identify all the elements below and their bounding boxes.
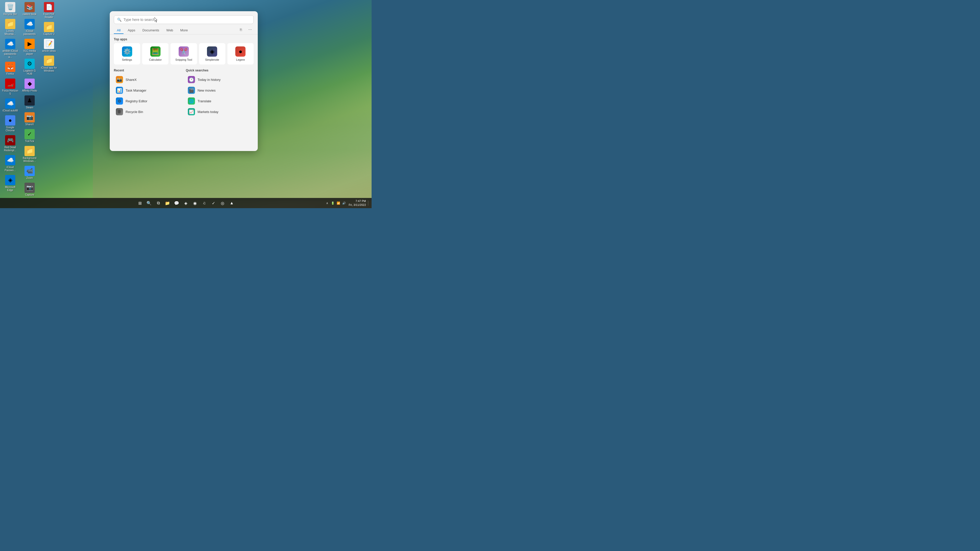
- search-content: Top apps ⚙️ Settings 🧮 Calculator ✂️ Sni…: [110, 35, 258, 151]
- desktop-icon-lonely-mountain[interactable]: 📁 Lonely Mountai...: [1, 18, 19, 37]
- taskbar-icon-ticktick-bar[interactable]: ✓: [209, 199, 218, 207]
- desktop-icon-icloud-autofill[interactable]: ☁️ iCloud autofill: [1, 97, 19, 113]
- search-tabs: AllAppsDocumentsWebMore ⎘ ⋯: [110, 24, 258, 35]
- icon-img-capture2: 📁: [44, 22, 54, 32]
- icon-label-icloud-passwords2: iCloud passwords: [21, 30, 38, 36]
- top-app-settings[interactable]: ⚙️ Settings: [114, 43, 140, 65]
- wifi-icon[interactable]: 📶: [336, 200, 341, 206]
- desktop-icon-sharex[interactable]: 📷 ShareX: [21, 111, 39, 127]
- desktop-icon-affinity[interactable]: ◆ Affinity Photo: [21, 78, 39, 94]
- desktop-icon-ms-edge[interactable]: ◈ Microsoft Edge: [1, 174, 19, 193]
- tab-documents[interactable]: Documents: [139, 27, 162, 34]
- desktop-icon-firefox[interactable]: 🦊 Firefox: [1, 61, 19, 76]
- desktop-icon-icloud-passwords2[interactable]: ☁️ iCloud passwords: [21, 18, 39, 37]
- tab-all[interactable]: All: [114, 27, 124, 34]
- recent-item-task-manager[interactable]: 📊 Task Manager: [114, 85, 182, 96]
- tab-web[interactable]: Web: [163, 27, 177, 34]
- icon-img-icloud-passwords2: ☁️: [24, 19, 35, 29]
- desktop-icon-calibre[interactable]: 📚 calibre book: [21, 1, 39, 17]
- top-app-calculator[interactable]: 🧮 Calculator: [142, 43, 169, 65]
- search-input[interactable]: [124, 17, 250, 22]
- recent-item-sharex[interactable]: 📸 ShareX: [114, 74, 182, 85]
- icon-img-affinity: ◆: [24, 79, 35, 89]
- desktop-icon-forza-horizon[interactable]: 🏎️ Forza Horizon 5: [1, 78, 19, 97]
- taskbar-icon-symbol-task-view: ⧉: [157, 201, 160, 205]
- taskbar-icon-spotify[interactable]: ♫: [200, 199, 208, 207]
- icon-label-logitech: Logitech G HUB: [21, 69, 38, 76]
- icon-img-ms-edge: ◈: [5, 175, 15, 185]
- desktop-icon-vlc[interactable]: ▶ VLC media player: [21, 38, 39, 57]
- icon-label-lonely-mountain: Lonely Mountai...: [2, 30, 18, 36]
- recent-label-registry-editor: Registry Editor: [126, 99, 147, 103]
- top-apps-grid: ⚙️ Settings 🧮 Calculator ✂️ Snipping Too…: [114, 43, 254, 65]
- recent-item-registry-editor[interactable]: ⚙ Registry Editor: [114, 96, 182, 106]
- tabs-list: AllAppsDocumentsWebMore: [114, 27, 191, 34]
- battery-icon[interactable]: 🔋: [330, 200, 335, 206]
- taskbar-icon-search[interactable]: 🔍: [145, 199, 153, 207]
- icon-label-capture: Capture: [25, 193, 34, 197]
- desktop-icon-capture[interactable]: 📷 Capture: [21, 182, 39, 197]
- desktop-icon-icloud-passwords[interactable]: ☁️ amible iCloud passwords a...: [1, 38, 19, 60]
- desktop-icon-recycle-bin[interactable]: 🗑️ Recycle Bin: [1, 1, 19, 17]
- desktop-icon-foxit[interactable]: 📄 Foxit PDF Reader: [40, 1, 58, 20]
- taskbar: ⊞🔍⧉📁💬◈◉♫✓◎▲ ∧ 🔋 📶 🔊 7:47 PM Fri, 3/11/20…: [0, 198, 372, 208]
- icon-img-foxit: 📄: [44, 2, 54, 12]
- desktop-icon-red-dead[interactable]: 🎮 Red Dead Redempl...: [1, 134, 19, 153]
- clock[interactable]: 7:47 PM Fri, 3/11/2022: [348, 199, 367, 207]
- desktop-icon-bg-windows[interactable]: 📁 Background Windows...: [21, 145, 39, 164]
- more-options-icon[interactable]: ⋯: [247, 26, 254, 33]
- icon-label-icloud-passwords: amible iCloud passwords a...: [2, 49, 18, 59]
- icon-label-google-chrome: Google Chrome: [2, 126, 18, 132]
- tab-more[interactable]: More: [177, 27, 191, 34]
- quick-item-today-history[interactable]: 🕐 Today in history: [186, 74, 254, 85]
- volume-icon[interactable]: 🔊: [342, 200, 347, 206]
- recent-item-recycle-bin[interactable]: 🗑 Recycle Bin: [114, 106, 182, 117]
- recent-label-recycle-bin: Recycle Bin: [126, 110, 143, 114]
- icon-label-capture2: Capture 2: [43, 33, 55, 36]
- taskbar-icon-whatsapp[interactable]: 💬: [172, 199, 181, 207]
- desktop-icon-logitech[interactable]: ⚙ Logitech G HUB: [21, 58, 39, 76]
- desktop-icon-capture2[interactable]: 📁 Capture 2: [40, 21, 58, 37]
- taskbar-icon-symbol-edge: ◈: [184, 201, 187, 206]
- desktop-icon-ticktick[interactable]: ✓ TickTick: [21, 128, 39, 144]
- top-app-legere[interactable]: ● Legere: [228, 43, 254, 65]
- desktop-icon-steam[interactable]: ♟ Steam: [21, 94, 39, 110]
- desktop-icon-icloud-app[interactable]: 📁 iCloud app for Windows: [40, 55, 58, 73]
- top-app-simplenote[interactable]: ◈ Simplenote: [199, 43, 225, 65]
- taskbar-icon-brave[interactable]: ▲: [228, 199, 236, 207]
- taskbar-icon-epic[interactable]: ◉: [191, 199, 199, 207]
- icon-img-logitech: ⚙: [24, 59, 35, 69]
- app-icon-simplenote: ◈: [207, 46, 217, 57]
- desktop-icon-icloud-password[interactable]: ☁️ iCloud Passwo...: [1, 154, 19, 173]
- quick-item-markets-today[interactable]: 📈 Markets today: [186, 106, 254, 117]
- icon-label-icloud-app: iCloud app for Windows: [41, 66, 57, 73]
- taskbar-icon-edge[interactable]: ◈: [182, 199, 190, 207]
- app-label-legere: Legere: [236, 58, 245, 61]
- icon-img-capture: 📷: [24, 183, 35, 193]
- quick-item-translate[interactable]: 🌐 Translate: [186, 96, 254, 106]
- icon-img-icloud-autofill: ☁️: [5, 98, 15, 109]
- chevron-up-icon[interactable]: ∧: [325, 200, 330, 206]
- search-popup: 🔍 AllAppsDocumentsWebMore ⎘ ⋯ Top apps ⚙…: [110, 11, 258, 151]
- taskbar-icon-symbol-search: 🔍: [146, 201, 151, 206]
- tab-apps[interactable]: Apps: [124, 27, 138, 34]
- taskbar-icon-snagit[interactable]: ◎: [218, 199, 227, 207]
- taskbar-icon-start[interactable]: ⊞: [136, 199, 144, 207]
- icon-label-forza-horizon: Forza Horizon 5: [2, 89, 18, 95]
- taskbar-icon-task-view[interactable]: ⧉: [154, 199, 162, 207]
- icon-img-icloud-app: 📁: [44, 56, 54, 66]
- quick-item-new-movies[interactable]: 🎬 New movies: [186, 85, 254, 96]
- share-icon[interactable]: ⎘: [237, 26, 245, 33]
- quick-searches-list: 🕐 Today in history 🎬 New movies 🌐 Transl…: [186, 74, 254, 117]
- top-app-snipping[interactable]: ✂️ Snipping Tool: [170, 43, 197, 65]
- icon-img-forza-horizon: 🏎️: [5, 79, 15, 89]
- desktop-icon-zoom[interactable]: 📹 Zoom: [21, 165, 39, 181]
- app-label-settings: Settings: [122, 58, 132, 61]
- app-label-calculator: Calculator: [149, 58, 162, 61]
- show-desktop[interactable]: [368, 200, 369, 206]
- icon-label-ticktick: TickTick: [25, 140, 34, 143]
- desktop-icon-google-chrome[interactable]: ● Google Chrome: [1, 114, 19, 133]
- recent-icon-task-manager: 📊: [116, 87, 123, 94]
- desktop-icon-article-ideas[interactable]: 📝 article ideas: [40, 38, 58, 54]
- taskbar-icon-file-explorer[interactable]: 📁: [163, 199, 172, 207]
